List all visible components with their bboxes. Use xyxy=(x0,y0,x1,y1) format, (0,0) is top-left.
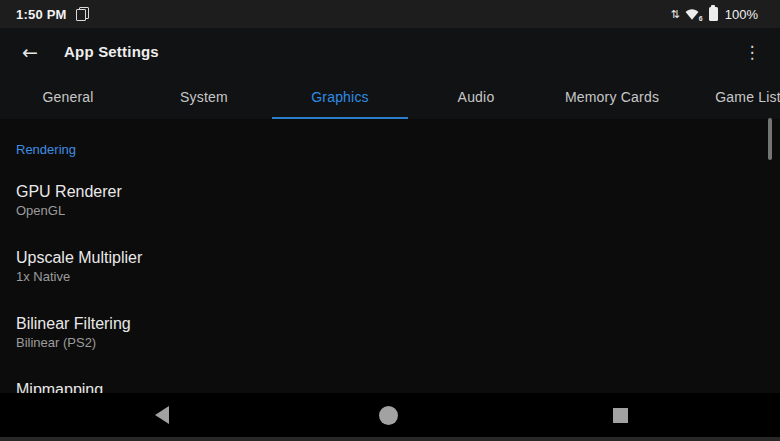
tab-audio[interactable]: Audio xyxy=(408,75,544,119)
tab-graphics[interactable]: Graphics xyxy=(272,75,408,119)
tab-game-list[interactable]: Game List xyxy=(680,75,780,119)
android-nav-bar xyxy=(0,393,780,441)
overflow-menu-button[interactable]: ⋮ xyxy=(734,32,770,72)
setting-value: 1x Native xyxy=(16,268,764,286)
tab-general[interactable]: General xyxy=(0,75,136,119)
setting-title: Mipmapping xyxy=(16,380,764,393)
setting-gpu-renderer[interactable]: GPU Renderer OpenGL xyxy=(0,168,780,234)
nav-home-button[interactable] xyxy=(368,395,408,435)
nav-back-triangle-icon xyxy=(155,406,169,424)
clock-text: 1:50 PM xyxy=(16,7,67,22)
overflow-dots-icon: ⋮ xyxy=(744,42,761,62)
wifi-standard-badge: 6 xyxy=(699,15,703,22)
nav-home-circle-icon xyxy=(379,406,398,425)
setting-value: OpenGL xyxy=(16,202,764,220)
nav-back-button[interactable] xyxy=(142,395,182,435)
data-transfer-icon: ⇅ xyxy=(671,9,680,20)
status-bar-left: 1:50 PM xyxy=(16,7,89,22)
app-bar: ← App Settings ⋮ xyxy=(0,28,780,75)
battery-icon xyxy=(709,7,718,21)
screen-bottom-edge xyxy=(0,437,780,441)
setting-title: Upscale Multiplier xyxy=(16,248,764,268)
setting-title: GPU Renderer xyxy=(16,182,764,202)
settings-tab-bar: General System Graphics Audio Memory Car… xyxy=(0,75,780,119)
back-button[interactable]: ← xyxy=(10,32,50,72)
setting-upscale-multiplier[interactable]: Upscale Multiplier 1x Native xyxy=(0,234,780,300)
nav-recents-button[interactable] xyxy=(600,395,640,435)
wifi-icon: 6 xyxy=(685,7,701,21)
scrollbar-thumb[interactable] xyxy=(768,118,772,160)
nav-recents-square-icon xyxy=(613,408,628,423)
tab-system[interactable]: System xyxy=(136,75,272,119)
app-settings-screen: 1:50 PM ⇅ 6 100% ← App Settings ⋮ Genera… xyxy=(0,0,780,441)
tab-memory-cards[interactable]: Memory Cards xyxy=(544,75,680,119)
screenshot-copy-icon xyxy=(76,7,89,21)
settings-list: Rendering GPU Renderer OpenGL Upscale Mu… xyxy=(0,119,780,393)
setting-mipmapping[interactable]: Mipmapping xyxy=(0,366,780,393)
back-arrow-icon: ← xyxy=(22,41,38,63)
section-header-rendering: Rendering xyxy=(0,142,780,158)
setting-bilinear-filtering[interactable]: Bilinear Filtering Bilinear (PS2) xyxy=(0,300,780,366)
page-title: App Settings xyxy=(64,43,159,60)
setting-title: Bilinear Filtering xyxy=(16,314,764,334)
status-bar: 1:50 PM ⇅ 6 100% xyxy=(0,0,780,28)
battery-percent-text: 100% xyxy=(725,7,758,22)
status-bar-right: ⇅ 6 100% xyxy=(671,7,758,22)
setting-value: Bilinear (PS2) xyxy=(16,334,764,352)
